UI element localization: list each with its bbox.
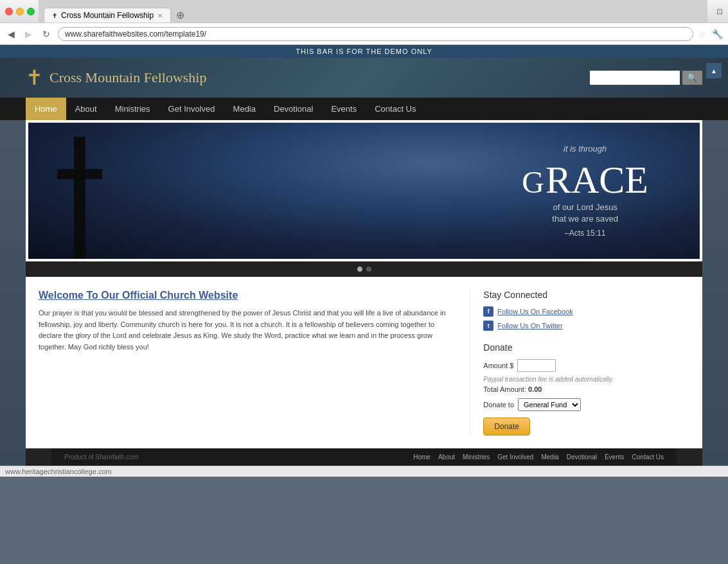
status-bar: www.heritagechristiancollege.com (0, 466, 728, 477)
facebook-icon: f (483, 306, 493, 317)
scroll-up-button[interactable]: ▲ (706, 63, 722, 78)
window-control-icon: ⊡ (716, 7, 723, 16)
donate-button[interactable]: Donate (483, 418, 530, 436)
footer-link-ministries[interactable]: Ministries (463, 454, 490, 461)
footer-link-get-involved[interactable]: Get Involved (497, 454, 533, 461)
main-content: Welcome To Our Official Church Website O… (26, 277, 702, 448)
cross-logo-icon: ✝ (26, 67, 43, 88)
slider-dot-2[interactable] (366, 267, 371, 272)
footer-link-contact[interactable]: Contact Us (632, 454, 664, 461)
twitter-label: Follow Us On Twitter (497, 322, 562, 330)
tab-bar: ✝ Cross Mountain Fellowship ✕ ⊕ (39, 0, 707, 22)
cross-silhouette (54, 124, 105, 259)
stay-connected-title: Stay Connected (483, 290, 689, 300)
footer-link-home[interactable]: Home (413, 454, 431, 461)
donate-fund-select[interactable]: General Fund (518, 398, 581, 411)
hero-slider: it is through GRACE of our Lord Jesus th… (26, 120, 702, 261)
sidebar: Stay Connected f Follow Us On Facebook t… (470, 290, 689, 436)
footer-navigation: Home About Ministries Get Involved Media… (413, 454, 664, 461)
tab-close-button[interactable]: ✕ (157, 12, 163, 19)
demo-bar-text: THIS BAR IS FOR THE DEMO ONLY (296, 48, 432, 55)
nav-item-events[interactable]: Events (322, 98, 366, 120)
site-header: ✝ Cross Mountain Fellowship 🔍 (0, 58, 728, 98)
footer-link-events[interactable]: Events (605, 454, 625, 461)
title-bar: ✝ Cross Mountain Fellowship ✕ ⊕ ⊡ (0, 0, 728, 23)
url-input[interactable] (58, 27, 693, 41)
website: ▲ ✝ Cross Mountain Fellowship 🔍 Home Abo… (0, 58, 728, 466)
tab-favicon: ✝ (52, 12, 57, 19)
stay-connected-section: Stay Connected f Follow Us On Facebook t… (483, 290, 689, 331)
tab-title: Cross Mountain Fellowship (61, 11, 154, 20)
footer-link-media[interactable]: Media (541, 454, 558, 461)
status-url: www.heritagechristiancollege.com (5, 468, 112, 475)
donate-amount-input[interactable] (517, 359, 556, 372)
back-button[interactable]: ◀ (5, 28, 17, 40)
paypal-note: Paypal transaction fee is added automati… (483, 376, 689, 383)
donate-amount-row: Amount $ (483, 359, 689, 372)
nav-item-home[interactable]: Home (26, 98, 66, 120)
welcome-body: Our prayer is that you would be blessed … (39, 308, 450, 353)
twitter-icon: t (483, 321, 493, 331)
donate-to-row: Donate to General Fund (483, 398, 689, 411)
new-tab-button[interactable]: ⊕ (171, 8, 190, 22)
hero-verse-text: –Acts 15:11 (522, 229, 648, 238)
nav-item-ministries[interactable]: Ministries (106, 98, 159, 120)
twitter-link[interactable]: t Follow Us On Twitter (483, 321, 689, 331)
hero-text-area: it is through GRACE of our Lord Jesus th… (28, 123, 700, 259)
site-logo: ✝ Cross Mountain Fellowship (26, 67, 206, 88)
footer-link-devotional[interactable]: Devotional (567, 454, 597, 461)
window-controls (5, 8, 35, 15)
refresh-button[interactable]: ↻ (40, 28, 53, 40)
welcome-section: Welcome To Our Official Church Website O… (39, 290, 470, 436)
hero-small-text: it is through (522, 144, 648, 154)
slider-dot-1[interactable] (357, 267, 362, 272)
slider-dots (26, 261, 702, 277)
donate-title: Donate (483, 342, 689, 353)
footer-link-about[interactable]: About (438, 454, 455, 461)
search-bar: 🔍 (590, 71, 702, 85)
minimize-button[interactable] (16, 8, 24, 15)
browser-chrome: ✝ Cross Mountain Fellowship ✕ ⊕ ⊡ ◀ ▶ ↻ … (0, 0, 728, 58)
hero-content: it is through GRACE of our Lord Jesus th… (522, 144, 648, 237)
nav-item-get-involved[interactable]: Get Involved (159, 98, 224, 120)
nav-item-about[interactable]: About (66, 98, 106, 120)
browser-tab[interactable]: ✝ Cross Mountain Fellowship ✕ (44, 8, 171, 22)
site-footer: Product of Sharefaith.com Home About Min… (51, 448, 677, 466)
hero-grace-text: GRACE (522, 157, 648, 198)
facebook-link[interactable]: f Follow Us On Facebook (483, 306, 689, 317)
donate-to-label: Donate to (483, 401, 514, 409)
demo-bar: THIS BAR IS FOR THE DEMO ONLY (0, 45, 728, 58)
amount-label: Amount $ (483, 362, 513, 369)
search-button[interactable]: 🔍 (682, 71, 702, 85)
welcome-title: Welcome To Our Official Church Website (39, 290, 450, 301)
search-input[interactable] (590, 71, 680, 85)
site-navigation: Home About Ministries Get Involved Media… (0, 98, 728, 120)
total-value: 0.00 (528, 385, 542, 393)
facebook-label: Follow Us On Facebook (497, 308, 573, 315)
donate-section: Donate Amount $ Paypal transaction fee i… (483, 342, 689, 436)
maximize-button[interactable] (27, 8, 35, 15)
footer-credit: Product of Sharefaith.com (64, 454, 139, 461)
hero-container: it is through GRACE of our Lord Jesus th… (26, 120, 702, 466)
total-label: Total Amount: (483, 385, 526, 393)
nav-item-devotional[interactable]: Devotional (265, 98, 322, 120)
settings-button[interactable]: 🔧 (712, 29, 723, 39)
donate-total: Total Amount: 0.00 (483, 385, 689, 393)
close-button[interactable] (5, 8, 13, 15)
bookmark-button[interactable]: ☆ (698, 29, 707, 39)
nav-item-contact-us[interactable]: Contact Us (366, 98, 425, 120)
nav-item-media[interactable]: Media (224, 98, 265, 120)
site-title: Cross Mountain Fellowship (49, 69, 206, 86)
hero-sub-text: of our Lord Jesus that we are saved (522, 202, 648, 225)
address-bar: ◀ ▶ ↻ ☆ 🔧 (0, 23, 728, 45)
forward-button[interactable]: ▶ (22, 28, 35, 40)
